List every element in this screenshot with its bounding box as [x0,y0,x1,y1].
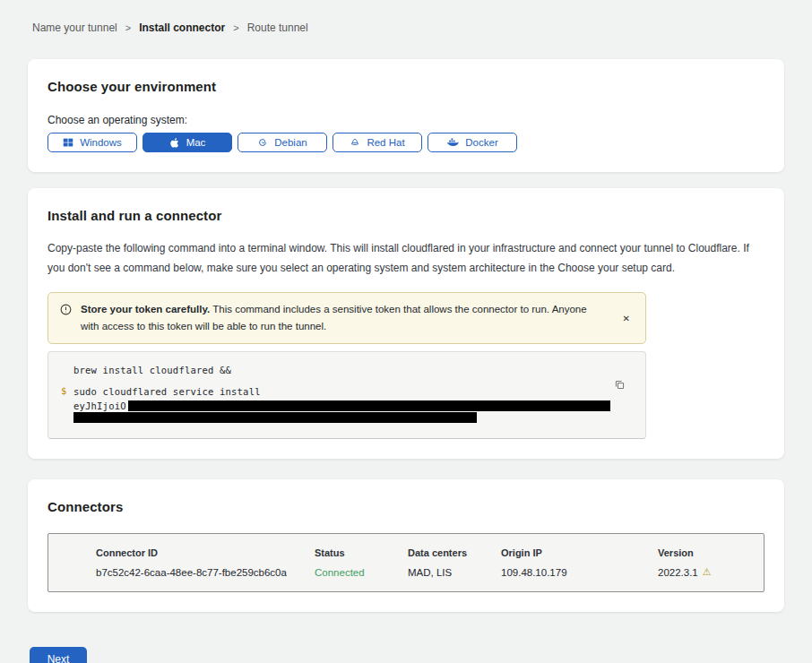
os-button-docker[interactable]: Docker [428,133,517,152]
os-button-label: Red Hat [367,137,404,148]
column-header-data-centers: Data centers [408,547,501,558]
column-header-origin-ip: Origin IP [501,547,658,558]
breadcrumb-separator: > [233,22,238,33]
column-header-connector-id: Connector ID [96,547,315,558]
cell-origin-ip: 109.48.10.179 [501,567,658,578]
cell-connector-id: b7c52c42-6caa-48ee-8c77-fbe259cb6c0a [96,567,315,578]
install-card-title: Install and run a connector [48,208,764,223]
install-card: Install and run a connector Copy-paste t… [28,188,784,459]
connectors-card: Connectors Connector ID Status Data cent… [28,479,784,612]
install-command-code-block: brew install cloudflared && $ sudo cloud… [48,351,646,438]
cell-data-centers: MAD, LIS [408,567,501,578]
warning-triangle-icon: ⚠ [703,567,712,577]
close-icon[interactable]: ✕ [619,310,634,327]
environment-card: Choose your environment Choose an operat… [28,59,784,172]
docker-icon [446,137,459,148]
connectors-table: Connector ID Status Data centers Origin … [48,533,764,592]
os-select-label: Choose an operating system: [48,114,764,126]
debian-icon [257,137,268,148]
shell-prompt: $ [61,385,73,426]
redhat-icon [350,137,360,148]
os-button-label: Windows [80,137,122,148]
alert-circle-icon [60,301,72,335]
connectors-card-title: Connectors [48,499,764,514]
redacted-token-bar [128,400,610,411]
os-button-group: Windows Mac Debian Red Hat Docker [48,133,764,152]
code-line-install: sudo cloudflared service install [73,385,610,398]
os-button-mac[interactable]: Mac [143,133,232,152]
os-button-redhat[interactable]: Red Hat [333,133,422,152]
cell-version: 2022.3.1 ⚠ [658,567,746,578]
breadcrumb: Name your tunnel > Install connector > R… [0,0,812,34]
column-header-version: Version [658,547,746,558]
environment-card-title: Choose your environment [48,79,764,94]
redacted-token-bar [73,412,477,423]
windows-icon [63,137,73,148]
breadcrumb-step-install-connector[interactable]: Install connector [139,22,225,34]
install-description: Copy-paste the following command into a … [48,238,764,278]
next-button[interactable]: Next [30,647,87,663]
version-value: 2022.3.1 [658,567,698,578]
breadcrumb-step-route-tunnel[interactable]: Route tunnel [247,22,308,34]
os-button-debian[interactable]: Debian [238,133,327,152]
code-command-lines: sudo cloudflared service install eyJhIjo… [73,385,610,426]
breadcrumb-separator: > [125,22,131,33]
code-prompt-row: $ sudo cloudflared service install eyJhI… [61,385,633,426]
os-button-label: Debian [274,137,307,148]
cell-status: Connected [315,567,408,578]
os-button-label: Docker [465,137,497,148]
token-warning-text: Store your token carefully. This command… [81,301,600,335]
copy-icon[interactable] [614,379,626,393]
os-button-label: Mac [186,137,206,148]
apple-icon [169,137,180,149]
code-line-brew: brew install cloudflared && [73,365,633,375]
token-warning-banner: Store your token carefully. This command… [48,292,646,344]
column-header-status: Status [315,547,408,558]
code-token-line: eyJhIjoiO [73,400,610,411]
os-button-windows[interactable]: Windows [48,133,137,152]
token-prefix: eyJhIjoiO [73,400,126,412]
breadcrumb-step-name-tunnel[interactable]: Name your tunnel [32,22,117,34]
token-warning-bold: Store your token carefully. [81,304,210,314]
